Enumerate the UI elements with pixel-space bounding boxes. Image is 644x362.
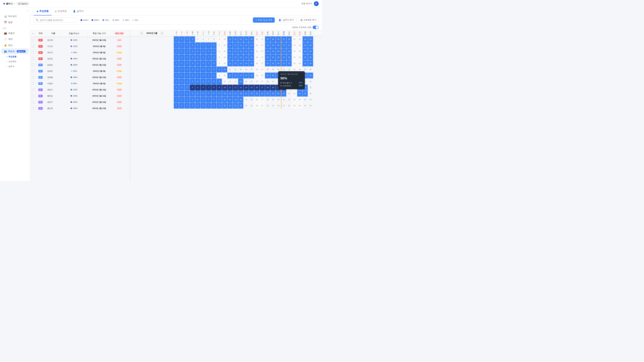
gantt-cell[interactable]: 15 xyxy=(249,48,254,54)
gantt-cell[interactable]: 20 xyxy=(276,91,281,96)
gantt-cell[interactable]: 22 xyxy=(286,48,292,54)
search-input[interactable] xyxy=(40,19,70,21)
gantt-cell[interactable]: 3 xyxy=(184,54,190,60)
gantt-cell[interactable]: 25 xyxy=(302,42,308,48)
gantt-cell[interactable]: 16 xyxy=(254,60,260,66)
gantt-cell[interactable]: 26 xyxy=(308,54,313,60)
gantt-cell[interactable]: 25 xyxy=(302,60,308,66)
gantt-cell[interactable]: 6 xyxy=(200,91,206,96)
sidebar-subitem-staff[interactable]: • 실무자 xyxy=(5,64,30,69)
gantt-cell[interactable]: 10 xyxy=(222,97,228,103)
gantt-cell[interactable]: 25 xyxy=(302,97,308,103)
gantt-cell[interactable]: 7 xyxy=(206,48,211,54)
gantt-cell[interactable]: 14 xyxy=(244,60,249,66)
gantt-cell[interactable]: 26 xyxy=(308,85,313,90)
gantt-cell[interactable]: 13 xyxy=(238,72,244,78)
gantt-cell[interactable]: 11 xyxy=(228,79,233,84)
gantt-cell[interactable]: 14 xyxy=(244,85,249,90)
gantt-cell[interactable]: 9 xyxy=(217,79,222,84)
gantt-cell[interactable]: 4 xyxy=(190,79,195,84)
gantt-cell[interactable]: 16 xyxy=(254,103,260,109)
gantt-cell[interactable]: 1 xyxy=(174,97,179,103)
gantt-cell[interactable]: 21 xyxy=(281,60,286,66)
gantt-cell[interactable]: 25 xyxy=(302,48,308,54)
gantt-cell[interactable]: 1 xyxy=(174,66,179,72)
gantt-cell[interactable]: 21 xyxy=(281,48,286,54)
gantt-cell[interactable]: 23 xyxy=(292,97,297,103)
add-staff-btn[interactable]: 👤+ 실무자 추가 xyxy=(276,17,296,23)
gantt-cell[interactable]: 11 xyxy=(228,97,233,103)
gantt-cell[interactable]: 10 xyxy=(222,91,228,96)
gantt-cell[interactable]: 26 xyxy=(308,48,313,54)
gantt-cell[interactable]: 10 xyxy=(222,54,228,60)
gantt-cell[interactable]: 7 xyxy=(206,60,211,66)
row-checkbox[interactable] xyxy=(30,99,36,105)
gantt-cell[interactable]: 7 xyxy=(206,42,211,48)
tab-staff[interactable]: 👤 실무자 xyxy=(70,7,87,15)
gantt-cell[interactable]: 7 xyxy=(206,79,211,84)
gantt-cell[interactable]: 19 xyxy=(270,42,276,48)
gantt-cell[interactable]: 8 xyxy=(211,42,217,48)
gantt-cell[interactable]: 2 xyxy=(179,91,184,96)
gantt-cell[interactable]: 5 xyxy=(195,103,200,109)
gantt-cell[interactable]: 13 xyxy=(238,36,244,42)
gantt-cell[interactable]: 12 xyxy=(233,91,238,96)
gantt-cell[interactable]: 16 xyxy=(254,36,260,42)
gantt-cell[interactable]: 16 xyxy=(254,54,260,60)
gantt-cell[interactable]: 19 xyxy=(270,103,276,109)
gantt-cell[interactable]: 5 xyxy=(195,42,200,48)
gantt-cell[interactable]: 16 xyxy=(254,97,260,103)
gantt-cell[interactable]: 5 xyxy=(195,91,200,96)
gantt-cell[interactable]: 26 xyxy=(308,91,313,96)
gantt-cell[interactable]: 8 xyxy=(211,48,217,54)
gantt-cell[interactable]: 2 xyxy=(179,85,184,90)
gantt-cell[interactable]: 14 xyxy=(244,79,249,84)
gantt-cell[interactable]: 18 xyxy=(265,54,270,60)
gantt-cell[interactable]: 15 xyxy=(249,66,254,72)
gantt-cell[interactable]: 2 xyxy=(179,36,184,42)
gantt-cell[interactable]: 6 xyxy=(200,103,206,109)
gantt-cell[interactable]: 26 xyxy=(308,103,313,109)
gantt-cell[interactable]: 24 xyxy=(297,60,302,66)
gantt-cell[interactable]: 2 xyxy=(179,54,184,60)
gantt-cell[interactable]: 8 xyxy=(211,72,217,78)
row-checkbox[interactable] xyxy=(30,62,36,68)
gantt-cell[interactable]: 16 xyxy=(254,79,260,84)
gantt-cell[interactable]: 18 xyxy=(265,42,270,48)
gantt-cell[interactable]: 10 xyxy=(222,60,228,66)
gantt-cell[interactable]: 13 xyxy=(238,97,244,103)
gantt-cell[interactable]: 13 xyxy=(238,66,244,72)
gantt-cell[interactable]: 2 xyxy=(179,48,184,54)
gantt-cell[interactable]: 8 xyxy=(211,97,217,103)
gantt-cell[interactable]: 15 xyxy=(249,91,254,96)
gantt-cell[interactable]: 6 xyxy=(200,60,206,66)
gantt-cell[interactable]: 19 xyxy=(270,79,276,84)
gantt-cell[interactable]: 12 xyxy=(233,36,238,42)
row-checkbox[interactable] xyxy=(30,93,36,99)
gantt-cell[interactable]: 16 xyxy=(254,48,260,54)
gantt-cell[interactable]: 18 xyxy=(265,91,270,96)
gantt-cell[interactable]: 18 xyxy=(265,72,270,78)
gantt-cell[interactable]: 2 xyxy=(179,60,184,66)
gantt-cell[interactable]: 25 xyxy=(302,54,308,60)
gantt-cell[interactable]: 18 xyxy=(265,79,270,84)
gantt-cell[interactable]: 7 xyxy=(206,36,211,42)
prev-month-btn[interactable]: ← xyxy=(140,31,144,35)
gantt-cell[interactable]: 15 xyxy=(249,85,254,90)
gantt-cell[interactable]: 12 xyxy=(233,42,238,48)
gantt-cell[interactable]: 19 xyxy=(270,85,276,90)
gantt-cell[interactable]: 6 xyxy=(200,85,206,90)
gantt-cell[interactable]: 23 xyxy=(292,103,297,109)
gantt-cell[interactable]: 6 xyxy=(200,66,206,72)
gantt-cell[interactable]: 4 xyxy=(190,72,195,78)
row-checkbox[interactable] xyxy=(30,37,36,43)
gantt-cell[interactable]: 1 xyxy=(174,91,179,96)
gantt-cell[interactable]: 5 xyxy=(195,79,200,84)
gantt-cell[interactable]: 13 xyxy=(238,60,244,66)
gantt-cell[interactable]: 26 xyxy=(308,42,313,48)
gantt-cell[interactable]: 4 xyxy=(190,42,195,48)
gantt-cell[interactable]: 17 xyxy=(260,66,265,72)
gantt-cell[interactable]: 10 xyxy=(222,48,228,54)
gantt-cell[interactable]: 12 xyxy=(233,66,238,72)
gantt-cell[interactable]: 15 xyxy=(249,97,254,103)
